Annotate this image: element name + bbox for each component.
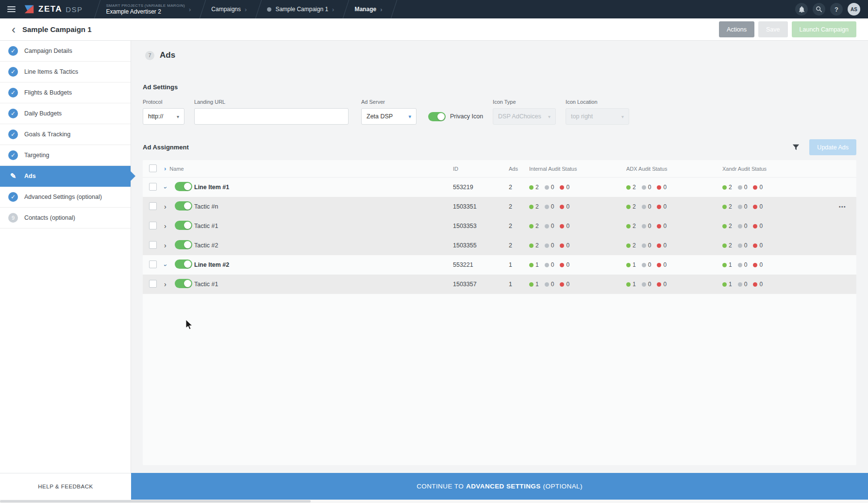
campaign-label: Sample Campaign 1 <box>275 6 328 13</box>
status-count: 0 <box>663 281 667 288</box>
row-enabled-toggle[interactable] <box>175 201 192 211</box>
check-circle-icon: ✓ <box>8 109 18 118</box>
row-checkbox[interactable] <box>149 202 157 210</box>
row-expand-icon[interactable]: › <box>164 203 167 211</box>
icon-type-select[interactable]: DSP AdChoices ▾ <box>493 108 556 125</box>
row-expand-icon[interactable]: › <box>164 222 167 230</box>
status-count: 0 <box>759 281 763 288</box>
sidebar-item-label: Advanced Settings (optional) <box>24 194 102 200</box>
green-status-dot <box>722 263 727 267</box>
update-ads-button[interactable]: Update Ads <box>809 139 856 155</box>
status-xandr: 1 0 0 <box>722 281 839 288</box>
icon-location-select[interactable]: top right ▾ <box>566 108 629 125</box>
row-name[interactable]: Tactic #2 <box>194 242 453 249</box>
table-row: › Line Item #2 553221 1 1 0 0 1 0 0 1 0 … <box>143 255 856 275</box>
filter-button[interactable] <box>788 140 803 155</box>
actions-button[interactable]: Actions <box>719 21 754 37</box>
select-all-checkbox[interactable] <box>149 164 157 172</box>
status-adx: 2 0 0 <box>626 203 722 210</box>
landing-url-label: Landing URL <box>194 99 349 105</box>
column-header-name[interactable]: Name <box>169 166 184 172</box>
row-enabled-toggle[interactable] <box>175 240 192 249</box>
row-checkbox[interactable] <box>149 222 157 229</box>
green-status-dot <box>626 205 631 209</box>
breadcrumb-campaigns[interactable]: Campaigns › <box>204 0 253 18</box>
row-enabled-toggle[interactable] <box>175 260 192 269</box>
sidebar-item-targeting[interactable]: ✓ Targeting <box>0 145 131 166</box>
sidebar-item-contacts-optional[interactable]: 9 Contacts (optional) <box>0 208 131 228</box>
row-expand-icon[interactable]: › <box>164 186 169 189</box>
privacy-icon-toggle[interactable] <box>428 112 446 121</box>
pencil-icon: ✎ <box>8 171 18 181</box>
status-count: 1 <box>729 261 732 268</box>
gray-status-dot <box>738 185 742 190</box>
horizontal-scrollbar[interactable] <box>0 500 868 503</box>
sort-chevron-icon[interactable]: › <box>164 165 166 172</box>
advertiser-label: Example Advertiser 2 <box>106 8 185 16</box>
row-enabled-toggle[interactable] <box>175 279 192 288</box>
ad-server-select[interactable]: Zeta DSP ▾ <box>361 108 417 125</box>
breadcrumb-advertiser[interactable]: SMART PROJECTS (VARIABLE MARGIN) Example… <box>99 0 198 18</box>
row-name[interactable]: Tactic #1 <box>194 223 453 229</box>
notifications-button[interactable] <box>795 3 808 16</box>
row-enabled-toggle[interactable] <box>175 182 192 191</box>
ad-settings-form: Protocol http:// ▾ Landing URL Ad Ser <box>143 99 856 125</box>
row-checkbox[interactable] <box>149 280 157 288</box>
sidebar-item-goals-tracking[interactable]: ✓ Goals & Tracking <box>0 124 131 145</box>
row-checkbox[interactable] <box>149 183 157 191</box>
red-status-dot <box>753 263 757 267</box>
status-count: 0 <box>648 261 651 268</box>
status-count: 2 <box>535 184 539 191</box>
gray-status-dot <box>545 282 549 287</box>
protocol-select[interactable]: http:// ▾ <box>143 108 184 125</box>
status-count: 0 <box>566 184 569 191</box>
save-button[interactable]: Save <box>758 21 788 37</box>
red-status-dot <box>753 243 757 248</box>
row-menu-button[interactable]: ••• <box>839 204 846 210</box>
icon-type-value: DSP AdChoices <box>498 113 541 120</box>
row-enabled-toggle[interactable] <box>175 221 192 230</box>
row-name[interactable]: Line Item #1 <box>194 184 453 191</box>
breadcrumb-manage[interactable]: Manage › <box>348 0 389 18</box>
check-circle-icon: ✓ <box>8 88 18 97</box>
brand-logo[interactable]: ZETA DSP <box>21 0 92 18</box>
sidebar-item-line-items-tactics[interactable]: ✓ Line Items & Tactics <box>0 62 131 82</box>
search-button[interactable] <box>813 3 825 16</box>
continue-button[interactable]: CONTINUE TO ADVANCED SETTINGS (OPTIONAL) <box>131 473 868 500</box>
launch-campaign-button[interactable]: Launch Campaign <box>792 21 856 37</box>
row-checkbox[interactable] <box>149 260 157 268</box>
row-expand-icon[interactable]: › <box>164 264 169 266</box>
status-count: 0 <box>566 223 569 229</box>
sidebar-item-ads[interactable]: ✎ Ads <box>0 166 131 187</box>
user-avatar[interactable]: AS <box>848 3 860 16</box>
topbar-right: ? AS <box>795 0 868 18</box>
sidebar-item-campaign-details[interactable]: ✓ Campaign Details <box>0 41 131 62</box>
sidebar-item-flights-budgets[interactable]: ✓ Flights & Budgets <box>0 82 131 103</box>
sidebar-item-daily-budgets[interactable]: ✓ Daily Budgets <box>0 103 131 124</box>
row-ads-count: 1 <box>509 281 529 288</box>
sidebar-item-label: Ads <box>24 173 36 179</box>
red-status-dot <box>657 282 661 287</box>
sidebar-item-advanced-settings-optional[interactable]: ✓ Advanced Settings (optional) <box>0 187 131 208</box>
row-checkbox[interactable] <box>149 241 157 249</box>
row-name[interactable]: Tactic #n <box>194 203 453 210</box>
landing-url-input[interactable] <box>200 113 343 120</box>
breadcrumb-campaign[interactable]: Sample Campaign 1 › <box>260 0 341 18</box>
row-name[interactable]: Tactic #1 <box>194 281 453 288</box>
hamburger-menu-icon[interactable] <box>0 0 21 18</box>
row-name[interactable]: Line Item #2 <box>194 261 453 268</box>
green-status-dot <box>626 243 631 248</box>
scrollbar-thumb[interactable] <box>0 500 311 503</box>
row-expand-icon[interactable]: › <box>164 280 167 288</box>
help-feedback-button[interactable]: HELP & FEEDBACK <box>0 473 131 500</box>
status-count: 0 <box>759 184 763 191</box>
status-count: 2 <box>729 184 732 191</box>
green-status-dot <box>722 282 727 287</box>
help-button[interactable]: ? <box>830 3 843 16</box>
row-expand-icon[interactable]: › <box>164 242 167 249</box>
zeta-logo-icon <box>23 4 35 15</box>
ad-table-body: › Line Item #1 553219 2 2 0 0 2 0 0 2 0 … <box>143 178 856 294</box>
status-count: 0 <box>551 184 554 191</box>
status-count: 0 <box>759 203 763 210</box>
back-button[interactable]: ‹ <box>12 25 16 34</box>
